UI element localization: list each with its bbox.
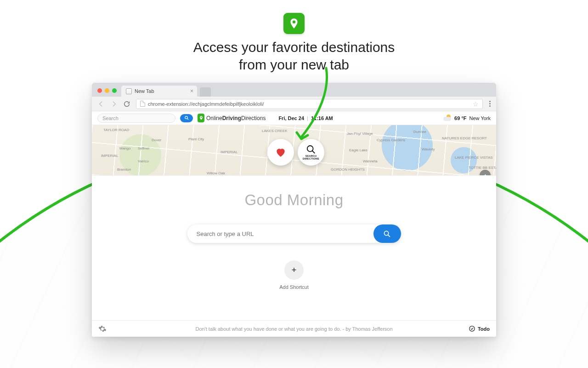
brand-pin-icon xyxy=(198,114,204,122)
map-label: NATURES EDGE RESORT xyxy=(442,136,487,140)
main-content: Good Morning + Add Shortcut xyxy=(92,176,496,290)
map-label: Cypress Gardens xyxy=(377,138,405,142)
close-tab-icon[interactable]: × xyxy=(190,88,193,94)
footer-quote: Don't talk about what you have done or w… xyxy=(92,326,496,332)
map-label: LAKE PIERCE VISTAS xyxy=(455,155,493,160)
map-label: IMPERIAL xyxy=(101,154,118,158)
map-label: Seffner xyxy=(138,146,150,150)
reload-button[interactable] xyxy=(123,100,130,108)
back-button[interactable] xyxy=(97,100,105,108)
main-search-input[interactable] xyxy=(197,224,373,243)
weather-icon xyxy=(443,115,452,121)
map-hero[interactable]: TAYLOR ROAD Dover Mango Seffner IMPERIAL… xyxy=(92,125,496,176)
maximize-window-icon[interactable] xyxy=(112,88,117,93)
minimize-window-icon[interactable] xyxy=(105,88,109,93)
tab-strip: New Tab × xyxy=(92,83,496,97)
browser-window: New Tab × chrome-extension://echjagclmmd… xyxy=(92,83,496,337)
map-label: Dundee xyxy=(413,130,426,134)
footer: Don't talk about what you have done or w… xyxy=(92,320,496,337)
toolbar-datetime: Fri, Dec 24|11:16 AM xyxy=(278,115,333,121)
svg-point-2 xyxy=(384,231,388,235)
map-label: Willow Oak xyxy=(207,171,225,175)
hero: Access your favorite destinations from y… xyxy=(0,0,588,73)
search-icon xyxy=(306,144,316,155)
map-label: Eagle Lake xyxy=(349,148,368,152)
browser-tab[interactable]: New Tab × xyxy=(121,86,197,97)
extension-toolbar: Search OnlineDrivingDirections Fri, Dec … xyxy=(92,111,496,125)
map-label: Waverly xyxy=(422,147,435,151)
greeting: Good Morning xyxy=(92,191,496,209)
toolbar-search-button[interactable] xyxy=(180,114,193,122)
tab-title: New Tab xyxy=(135,88,154,94)
main-search-bar xyxy=(187,224,401,243)
main-search-button[interactable] xyxy=(373,224,401,243)
map-label: Plant City xyxy=(188,137,204,141)
browser-menu-icon[interactable] xyxy=(489,101,491,107)
search-directions-label: SEARCHDIRECTIONS xyxy=(303,155,319,160)
hero-headline: Access your favorite destinations from y… xyxy=(0,39,588,73)
map-label: TOTTIE BB ESTATE xyxy=(469,166,496,170)
weather-temp: 69 °F xyxy=(454,115,466,121)
map-label: Brandon xyxy=(117,167,131,172)
svg-point-1 xyxy=(307,146,313,152)
close-window-icon[interactable] xyxy=(97,88,102,93)
add-shortcut-label: Add Shortcut xyxy=(279,284,309,290)
brand-text: OnlineDrivingDirections xyxy=(206,115,266,121)
map-label: Valrico xyxy=(138,159,149,163)
plus-icon: + xyxy=(284,260,304,280)
map-label: Jan Phyl Village xyxy=(347,132,373,136)
nav-bar: chrome-extension://echjagclmmdefeibpilfj… xyxy=(92,97,496,111)
address-bar[interactable]: chrome-extension://echjagclmmdefeibpilfj… xyxy=(136,99,483,109)
weather-widget[interactable]: 69 °F New York xyxy=(443,115,491,121)
new-tab-button[interactable] xyxy=(200,87,211,97)
heart-icon xyxy=(275,146,287,158)
map-label: Mango xyxy=(119,146,130,150)
map-label: GORDON HEIGHTS xyxy=(331,167,365,172)
map-label: Wahneta xyxy=(363,159,378,163)
favorites-button[interactable] xyxy=(267,139,294,166)
svg-point-0 xyxy=(185,116,187,119)
map-label: LAKES CREEK xyxy=(262,129,288,133)
chevron-up-icon xyxy=(482,172,488,176)
forward-button[interactable] xyxy=(110,100,118,108)
search-icon xyxy=(383,230,391,238)
collapse-map-button[interactable] xyxy=(480,170,491,176)
address-text: chrome-extension://echjagclmmdefeibpilfj… xyxy=(148,101,264,107)
search-directions-button[interactable]: SEARCHDIRECTIONS xyxy=(298,139,324,166)
bookmark-star-icon[interactable]: ☆ xyxy=(473,100,479,108)
window-controls xyxy=(97,88,117,93)
map-label: IMPERIAL xyxy=(220,150,237,154)
page-icon xyxy=(140,101,145,107)
add-shortcut[interactable]: + Add Shortcut xyxy=(279,260,309,290)
map-label: TAYLOR ROAD xyxy=(103,128,129,132)
toolbar-search-input[interactable]: Search xyxy=(97,114,175,123)
brand-logo[interactable]: OnlineDrivingDirections xyxy=(198,114,266,122)
app-pin-icon xyxy=(283,13,305,34)
weather-city: New York xyxy=(469,115,491,121)
map-label: Dover xyxy=(152,138,161,142)
